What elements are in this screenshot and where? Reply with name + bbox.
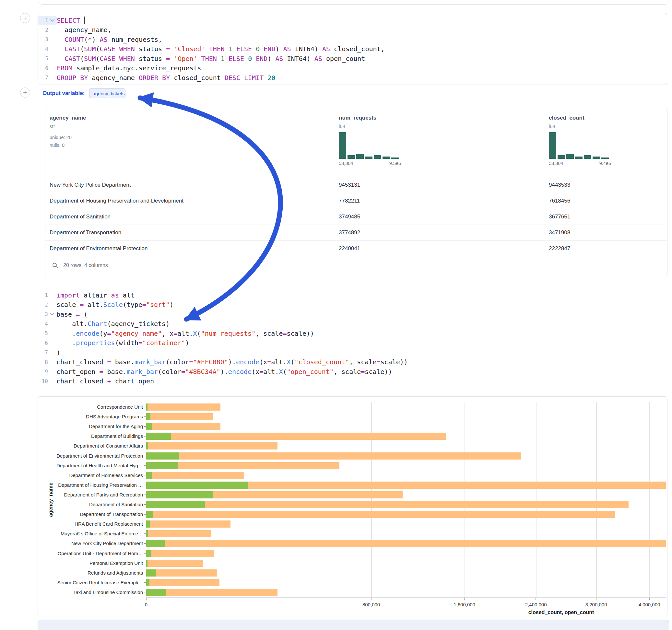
table-row: New York City Police Department945313194… bbox=[45, 177, 667, 193]
output-variable-label: Output variable: bbox=[43, 90, 85, 97]
line-number: 5 bbox=[38, 54, 57, 63]
y-axis-label: Personal Exemption Unit bbox=[38, 560, 143, 566]
next-cell-edge[interactable] bbox=[38, 620, 669, 630]
code-line[interactable]: 8chart_closed = base.mark_bar(color="#FF… bbox=[38, 358, 667, 367]
table-footer: 20 rows, 4 columns bbox=[45, 255, 667, 276]
code-line[interactable]: 3 COUNT(*) AS num_requests, bbox=[38, 35, 667, 44]
add-cell-button[interactable]: + bbox=[20, 88, 30, 98]
table-cell: 3774892 bbox=[339, 229, 360, 236]
previous-cell-edge bbox=[39, 0, 668, 4]
table-row: Department of Transportation377489234719… bbox=[45, 224, 667, 240]
bar-open bbox=[146, 491, 213, 499]
code-line[interactable]: 10chart_closed + chart_open bbox=[38, 377, 667, 386]
code-line[interactable]: 4 CAST(SUM(CASE WHEN status = 'Closed' T… bbox=[38, 44, 667, 54]
line-number: 8 bbox=[38, 358, 56, 366]
y-axis-label: Department of Homeless Services bbox=[38, 472, 143, 478]
line-number: 5 bbox=[38, 329, 56, 338]
y-axis-tick bbox=[144, 553, 146, 554]
line-number: 6 bbox=[38, 339, 56, 347]
histogram-max: 9.5e6 bbox=[389, 161, 401, 166]
histogram-bar bbox=[339, 132, 346, 159]
y-axis-label: Mayorâ€ s Office of Special Enforce… bbox=[38, 531, 143, 537]
y-axis-label: HRA Benefit Card Replacement bbox=[38, 521, 143, 527]
table-cell: 2240041 bbox=[339, 245, 360, 252]
histogram-min: 53,304 bbox=[549, 161, 563, 166]
histogram-bar bbox=[391, 158, 399, 159]
y-axis-label: Department for the Aging bbox=[38, 423, 143, 429]
bar-closed bbox=[146, 453, 521, 460]
fold-chevron-icon[interactable] bbox=[50, 18, 54, 22]
mini-histogram bbox=[339, 132, 401, 159]
histogram-bar bbox=[383, 156, 390, 159]
add-cell-button[interactable]: + bbox=[20, 13, 30, 23]
column-type: i64 bbox=[339, 123, 401, 129]
bar-open bbox=[146, 453, 179, 460]
code-line[interactable]: 5 .encode(y="agency_name", x=alt.X("num_… bbox=[38, 329, 667, 338]
output-variable-name: agency_tickets bbox=[92, 91, 124, 96]
table-cell: Department of Sanitation bbox=[50, 214, 111, 220]
x-axis-tick bbox=[649, 598, 650, 600]
bar-closed bbox=[146, 433, 446, 440]
search-icon[interactable] bbox=[52, 262, 58, 269]
code-line[interactable]: 5 CAST(SUM(CASE WHEN status = 'Open' THE… bbox=[38, 54, 667, 64]
code-line[interactable]: 7GROUP BY agency_name ORDER BY closed_co… bbox=[38, 73, 667, 83]
histogram-bar bbox=[549, 132, 556, 159]
x-axis-tick-label: 4,000,000 bbox=[627, 602, 672, 607]
table-cell: 3749485 bbox=[339, 214, 360, 220]
code-line[interactable]: 7) bbox=[38, 348, 667, 358]
column-name[interactable]: num_requests bbox=[339, 115, 401, 121]
code-line[interactable]: 3base = ( bbox=[38, 310, 667, 319]
histogram-min: 53,304 bbox=[339, 161, 353, 166]
table-cell: 9453131 bbox=[339, 182, 360, 188]
y-axis-tick bbox=[144, 475, 146, 476]
code-line[interactable]: 2scale = alt.Scale(type="sqrt") bbox=[38, 300, 667, 310]
histogram-bar bbox=[575, 156, 582, 159]
bar-open bbox=[146, 530, 148, 537]
line-number: 1 bbox=[38, 291, 56, 299]
y-axis-tick bbox=[144, 582, 146, 583]
code-line[interactable]: 4 alt.Chart(agency_tickets) bbox=[38, 319, 667, 329]
output-variable-chip[interactable]: agency_tickets bbox=[89, 89, 125, 98]
code-line[interactable]: 6 .properties(width="container") bbox=[38, 338, 667, 348]
histogram-bar bbox=[557, 155, 565, 159]
line-number: 4 bbox=[38, 319, 56, 328]
table-cell: Department of Environmental Protection bbox=[50, 245, 147, 252]
bar-open bbox=[146, 423, 152, 430]
histogram-bar bbox=[566, 154, 574, 159]
fold-chevron-icon[interactable] bbox=[50, 311, 54, 316]
line-number: 7 bbox=[38, 74, 57, 82]
python-code-editor[interactable]: 1import altair as alt2scale = alt.Scale(… bbox=[38, 290, 667, 386]
line-number: 4 bbox=[38, 45, 57, 53]
x-axis-tick bbox=[535, 598, 536, 600]
mini-histogram bbox=[549, 132, 611, 159]
y-axis-tick bbox=[144, 494, 146, 495]
table-row: Department of Environmental Protection22… bbox=[45, 240, 667, 256]
sql-code-editor[interactable]: 1SELECT 2 agency_name,3 COUNT(*) AS num_… bbox=[38, 16, 667, 83]
bar-closed bbox=[146, 589, 278, 596]
line-number: 3 bbox=[38, 35, 57, 44]
code-line[interactable]: 1import altair as alt bbox=[38, 290, 667, 300]
code-line[interactable]: 6FROM sample_data.nyc.service_requests bbox=[38, 64, 667, 73]
code-line[interactable]: 9chart_open = base.mark_bar(color="#8BC3… bbox=[38, 367, 667, 377]
bar-closed bbox=[146, 501, 628, 508]
histogram-max: 9.4e6 bbox=[599, 161, 611, 166]
text-cursor bbox=[84, 17, 85, 24]
y-axis-tick bbox=[144, 407, 146, 407]
bar-closed bbox=[146, 579, 219, 586]
y-axis-label: Department of Sanitation bbox=[38, 502, 143, 508]
chart-x-axis-title: closed_count, open_count bbox=[493, 610, 629, 615]
table-cell: 3471908 bbox=[549, 229, 570, 236]
column-name[interactable]: agency_name bbox=[50, 115, 86, 121]
histogram-range: 53,304 9.4e6 bbox=[549, 161, 611, 166]
y-axis-tick bbox=[144, 504, 146, 505]
histogram-bar bbox=[584, 155, 591, 159]
code-line[interactable]: 2 agency_name, bbox=[38, 25, 667, 35]
column-name[interactable]: closed_count bbox=[549, 115, 611, 121]
sql-cell: 1SELECT 2 agency_name,3 COUNT(*) AS num_… bbox=[38, 13, 667, 85]
y-axis-tick bbox=[144, 465, 146, 466]
y-axis-tick bbox=[144, 573, 146, 573]
code-line[interactable]: 1SELECT bbox=[38, 16, 667, 25]
chart-plot-area[interactable] bbox=[146, 402, 666, 598]
bar-closed bbox=[146, 472, 244, 479]
line-number: 2 bbox=[38, 26, 57, 34]
